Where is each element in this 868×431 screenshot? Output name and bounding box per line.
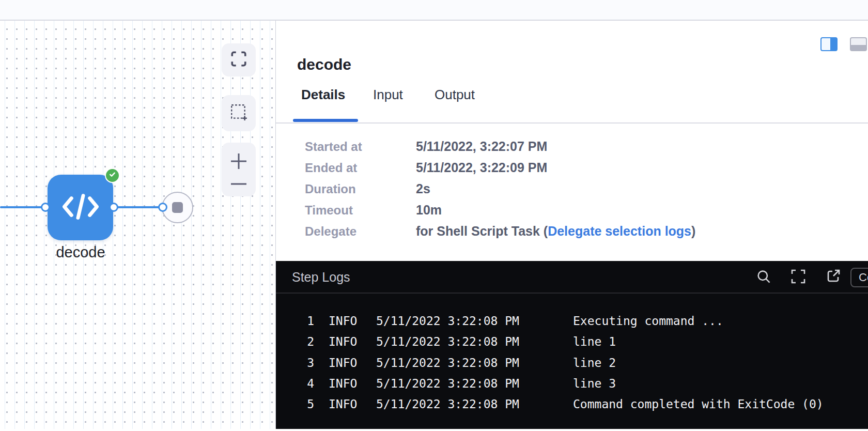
zoom-out-button[interactable]: [229, 180, 249, 188]
search-icon: [756, 269, 771, 286]
detail-row-delegate: Delegatefor Shell Script Task (Delegate …: [305, 224, 695, 241]
detail-row-timeout: Timeout10m: [305, 203, 442, 220]
log-line-number: 4: [297, 377, 314, 390]
detail-label: Started at: [305, 140, 416, 154]
log-line: 3INFO5/11/2022 3:22:08 PMline 2: [276, 356, 868, 375]
code-icon: [60, 192, 101, 224]
node-port-right: [109, 203, 118, 212]
zoom-in-button[interactable]: [229, 151, 249, 171]
log-message: line 2: [573, 356, 616, 370]
detail-value: 5/11/2022, 3:22:07 PM: [416, 139, 547, 153]
log-open-new-window-button[interactable]: [825, 268, 842, 286]
success-badge: [105, 168, 120, 183]
tab-input[interactable]: Input: [373, 87, 403, 103]
detail-label: Delegate: [305, 224, 416, 239]
detail-row-ended-at: Ended at5/11/2022, 3:22:09 PM: [305, 160, 547, 178]
page-title: decode: [297, 56, 351, 73]
detail-value: 2s: [416, 181, 430, 196]
log-timestamp: 5/11/2022 3:22:08 PM: [376, 397, 519, 411]
log-line-number: 2: [297, 335, 314, 348]
fullscreen-icon: [230, 50, 247, 70]
node-port-left: [41, 203, 50, 212]
active-tab-underline: [293, 119, 358, 122]
log-level: INFO: [329, 335, 357, 348]
log-line: 1INFO5/11/2022 3:22:08 PMExecuting comma…: [276, 314, 868, 333]
delegate-selection-logs-link[interactable]: Delegate selection logs: [548, 224, 691, 238]
detail-row-started-at: Started at5/11/2022, 3:22:07 PM: [305, 139, 547, 157]
log-message: line 1: [573, 335, 616, 348]
split-bottom-icon[interactable]: [850, 37, 867, 51]
log-level: INFO: [329, 356, 357, 370]
log-message: Command completed with ExitCode (0): [573, 397, 824, 411]
log-line: 4INFO5/11/2022 3:22:08 PMline 3: [276, 377, 868, 395]
open-in-new-icon: [825, 268, 842, 286]
canvas-marquee-select-button[interactable]: [222, 95, 256, 131]
detail-label: Ended at: [305, 161, 416, 175]
log-line-number: 1: [297, 314, 314, 328]
edge-incoming: [0, 206, 43, 208]
tab-details[interactable]: Details: [301, 87, 345, 103]
log-level: INFO: [329, 377, 357, 390]
delegate-value-prefix: for Shell Script Task (: [416, 224, 548, 238]
node-label: decode: [22, 244, 140, 261]
stop-icon: [172, 202, 183, 213]
log-search-button[interactable]: [755, 269, 772, 286]
log-line: 5INFO5/11/2022 3:22:08 PMCommand complet…: [276, 397, 868, 416]
edge-outgoing: [117, 206, 163, 208]
detail-value: 10m: [416, 203, 442, 217]
log-timestamp: 5/11/2022 3:22:08 PM: [376, 356, 519, 370]
step-logs-console: Step Logs: [276, 261, 868, 429]
step-logs-header: Step Logs: [276, 261, 868, 294]
detail-label: Timeout: [305, 203, 416, 218]
step-details-panel: decode Details Input Output Started at5/…: [276, 21, 868, 429]
log-line: 2INFO5/11/2022 3:22:08 PMline 1: [276, 335, 868, 353]
log-message: line 3: [573, 377, 616, 390]
log-line-number: 3: [297, 356, 314, 370]
delegate-value-suffix: ): [691, 224, 695, 238]
tabbar-border: [276, 122, 868, 124]
marquee-select-icon: [229, 103, 248, 124]
detail-row-duration: Duration2s: [305, 181, 430, 199]
log-level: INFO: [329, 314, 357, 328]
log-timestamp: 5/11/2022 3:22:08 PM: [376, 314, 519, 328]
detail-value: 5/11/2022, 3:22:09 PM: [416, 160, 547, 175]
split-right-icon[interactable]: [820, 37, 838, 51]
end-node-port: [158, 203, 167, 212]
step-node-decode[interactable]: [48, 175, 113, 240]
zoom-controls: [222, 143, 256, 196]
step-logs-title: Step Logs: [292, 261, 350, 294]
expand-icon: [790, 268, 807, 287]
console-view-button[interactable]: Co: [850, 268, 868, 287]
pipeline-canvas[interactable]: decode: [0, 21, 275, 429]
log-timestamp: 5/11/2022 3:22:08 PM: [376, 377, 519, 390]
top-bar: [0, 0, 868, 21]
tab-output[interactable]: Output: [435, 87, 475, 103]
log-timestamp: 5/11/2022 3:22:08 PM: [376, 335, 519, 348]
detail-label: Duration: [305, 182, 416, 196]
log-level: INFO: [329, 397, 357, 411]
log-expand-button[interactable]: [789, 269, 807, 286]
log-line-number: 5: [297, 397, 314, 411]
check-icon: [108, 170, 117, 181]
log-message: Executing command ...: [573, 314, 723, 328]
canvas-fullscreen-button[interactable]: [222, 43, 256, 76]
